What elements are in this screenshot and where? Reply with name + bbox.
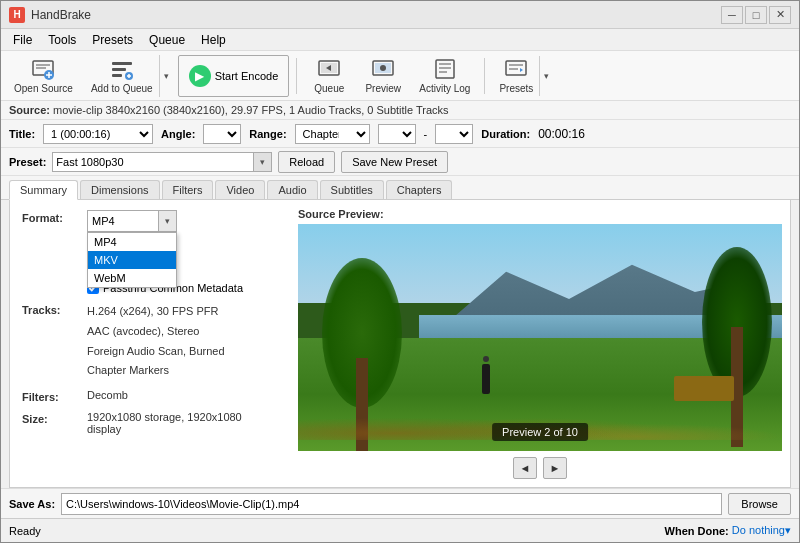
preset-input[interactable]	[52, 152, 272, 172]
preview-button[interactable]: Preview	[358, 55, 408, 97]
preset-dropdown-arrow[interactable]: ▾	[253, 153, 271, 171]
menu-tools[interactable]: Tools	[40, 31, 84, 49]
app-icon: H	[9, 7, 25, 23]
title-select[interactable]: 1 (00:00:16)	[43, 124, 153, 144]
content-panel: Format: MP4 ▾ MP4 MKV WebM	[9, 200, 791, 488]
start-encode-button[interactable]: ▶ Start Encode	[178, 55, 290, 97]
preview-prev-button[interactable]: ◄	[513, 457, 537, 479]
preview-label-btn: Preview	[365, 83, 401, 94]
source-bar: Source: movie-clip 3840x2160 (3840x2160)…	[1, 101, 799, 120]
open-source-label: Open Source	[14, 83, 73, 94]
size-row: Size: 1920x1080 storage, 1920x1080 displ…	[22, 411, 278, 435]
start-encode-icon: ▶	[189, 65, 211, 87]
add-to-queue-button[interactable]: Add to Queue ▾	[84, 55, 174, 97]
maximize-button[interactable]: □	[745, 6, 767, 24]
tab-audio[interactable]: Audio	[267, 180, 317, 199]
queue-label: Queue	[314, 83, 344, 94]
save-as-label: Save As:	[9, 498, 55, 510]
range-from-select[interactable]: 1	[378, 124, 416, 144]
tab-dimensions[interactable]: Dimensions	[80, 180, 159, 199]
format-option-webm[interactable]: WebM	[88, 269, 176, 287]
filters-value: Decomb	[87, 389, 128, 401]
preset-label: Preset:	[9, 156, 46, 168]
minimize-button[interactable]: ─	[721, 6, 743, 24]
save-new-preset-button[interactable]: Save New Preset	[341, 151, 448, 173]
preview-nav: ◄ ►	[298, 457, 782, 479]
tracks-content: H.264 (x264), 30 FPS PFR AAC (avcodec), …	[87, 302, 278, 381]
tab-filters[interactable]: Filters	[162, 180, 214, 199]
menu-queue[interactable]: Queue	[141, 31, 193, 49]
source-label: Source:	[9, 104, 53, 116]
tabs-row: Summary Dimensions Filters Video Audio S…	[1, 176, 799, 200]
track-item-4: Chapter Markers	[87, 361, 278, 381]
tracks-row: Tracks: H.264 (x264), 30 FPS PFR AAC (av…	[22, 302, 278, 381]
format-option-mkv[interactable]: MKV	[88, 251, 176, 269]
range-type-select[interactable]: Chapters	[295, 124, 370, 144]
title-bar-text: HandBrake	[31, 8, 721, 22]
presets-dropdown[interactable]: ▾	[539, 56, 553, 96]
save-as-input[interactable]	[61, 493, 722, 515]
right-panel: Source Preview:	[290, 200, 790, 487]
filters-form-label: Filters:	[22, 389, 87, 403]
duration-label: Duration:	[481, 128, 530, 140]
range-to-select[interactable]: 1	[435, 124, 473, 144]
svg-rect-3	[112, 68, 126, 71]
when-done-select[interactable]: Do nothing▾	[732, 524, 791, 537]
add-to-queue-dropdown[interactable]: ▾	[159, 55, 173, 97]
status-text: Ready	[9, 525, 41, 537]
menu-help[interactable]: Help	[193, 31, 234, 49]
preview-bench	[674, 376, 734, 401]
browse-button[interactable]: Browse	[728, 493, 791, 515]
tab-chapters[interactable]: Chapters	[386, 180, 453, 199]
svg-rect-11	[436, 60, 454, 78]
toolbar: Open Source Add to Queue ▾ ▶ Star	[1, 51, 799, 101]
toolbar-separator-2	[484, 58, 485, 94]
duration-value: 00:00:16	[538, 127, 585, 141]
start-encode-label: Start Encode	[215, 70, 279, 82]
close-button[interactable]: ✕	[769, 6, 791, 24]
left-panel: Format: MP4 ▾ MP4 MKV WebM	[10, 200, 290, 487]
title-bar-controls: ─ □ ✕	[721, 6, 791, 24]
preset-row: Preset: ▾ Reload Save New Preset	[1, 148, 799, 176]
when-done-label: When Done:	[665, 525, 729, 537]
format-label: Format:	[22, 210, 87, 224]
activity-log-button[interactable]: Activity Log	[412, 55, 477, 97]
preview-image: Preview 2 of 10	[298, 224, 782, 451]
filters-row: Filters: Decomb	[22, 389, 278, 403]
title-bar: H HandBrake ─ □ ✕	[1, 1, 799, 29]
format-content: MP4 ▾ MP4 MKV WebM Pass	[87, 210, 278, 294]
menu-file[interactable]: File	[5, 31, 40, 49]
main-area: Summary Dimensions Filters Video Audio S…	[1, 176, 799, 488]
open-source-button[interactable]: Open Source	[7, 55, 80, 97]
preview-person	[482, 364, 490, 394]
menu-bar: File Tools Presets Queue Help	[1, 29, 799, 51]
menu-presets[interactable]: Presets	[84, 31, 141, 49]
tab-summary[interactable]: Summary	[9, 180, 78, 200]
source-preview-label: Source Preview:	[298, 208, 782, 220]
add-to-queue-label: Add to Queue	[91, 83, 153, 94]
queue-button[interactable]: Queue	[304, 55, 354, 97]
format-option-mp4[interactable]: MP4	[88, 233, 176, 251]
svg-rect-4	[112, 74, 122, 77]
status-bar: Ready When Done: Do nothing▾	[1, 518, 799, 542]
presets-main-button[interactable]: Presets	[493, 54, 539, 97]
preview-next-button[interactable]: ►	[543, 457, 567, 479]
format-display[interactable]: MP4	[87, 210, 177, 232]
reload-button[interactable]: Reload	[278, 151, 335, 173]
presets-icon	[504, 57, 528, 81]
preview-icon	[371, 57, 395, 81]
format-current-value: MP4	[92, 215, 115, 227]
tab-subtitles[interactable]: Subtitles	[320, 180, 384, 199]
add-to-queue-main[interactable]: Add to Queue	[85, 54, 159, 97]
svg-point-10	[380, 65, 386, 71]
activity-log-icon	[433, 57, 457, 81]
toolbar-separator-1	[296, 58, 297, 94]
title-field-label: Title:	[9, 128, 35, 140]
presets-button-group[interactable]: Presets ▾	[492, 55, 554, 97]
angle-select[interactable]: 1	[203, 124, 241, 144]
tab-video[interactable]: Video	[215, 180, 265, 199]
track-item-2: AAC (avcodec), Stereo	[87, 322, 278, 342]
add-to-queue-icon	[110, 57, 134, 81]
title-row: Title: 1 (00:00:16) Angle: 1 Range: Chap…	[1, 120, 799, 148]
size-value: 1920x1080 storage, 1920x1080 display	[87, 411, 278, 435]
